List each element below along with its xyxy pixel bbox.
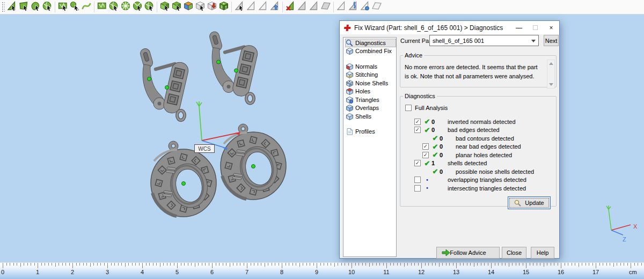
triangle-outline-button[interactable] [335,1,347,13]
sidebar-item-combined-fix[interactable]: Combined Fix [345,47,396,56]
diagnostic-checkbox[interactable]: ✓ [414,127,421,133]
mark-window-through-button[interactable] [96,1,108,13]
select-freeform-button[interactable] [30,1,41,13]
ruler-tick [299,263,300,267]
toolbar-grip[interactable] [1,1,5,13]
cube-light2-icon [346,113,354,120]
follow-advice-button[interactable]: Follow Advice [436,247,500,259]
diagnostic-checkbox[interactable]: ✓ [422,152,429,158]
ruler-tick [449,263,450,266]
model-earring-left[interactable] [139,47,189,120]
select-box-remove-button[interactable] [206,1,218,13]
axis-z-label: Z [623,236,626,243]
diagnostic-checkbox[interactable] [414,177,421,183]
mark-star-button[interactable] [120,1,131,13]
sidebar-item-diagnostics[interactable]: Diagnostics [345,39,396,47]
green-check-icon: ✔ [423,159,431,167]
sidebar-item-label: Triangles [355,97,379,103]
ruler-tick [135,263,136,266]
diagnostic-checkbox[interactable] [414,185,421,192]
diagnostic-checkbox[interactable]: ✓ [414,160,421,166]
shade-triangles-button[interactable] [296,1,308,13]
mark-sphere-button[interactable] [108,1,120,13]
mark-brush-button[interactable] [69,1,80,13]
sidebar-item-normals[interactable]: Normals [345,62,396,71]
mark-curve-button[interactable] [80,1,92,13]
sidebar-item-stitching[interactable]: Stitching [345,71,396,79]
current-part-select[interactable]: shell_6_of_165 001 [429,35,539,46]
scroll-down-button[interactable] [547,81,554,88]
ruler-tick [561,263,561,268]
mark-slice-button[interactable] [131,1,143,13]
create-triangle-button[interactable] [245,1,257,13]
toolbar-separator [282,2,283,12]
triangle-spline-button[interactable] [347,1,359,13]
model-earring-right[interactable] [208,31,259,104]
ruler-number: 8 [280,269,283,275]
full-analysis-checkbox[interactable] [405,105,412,111]
sidebar-item-shells[interactable]: Shells [345,112,396,121]
ruler-tick [258,263,258,266]
pick-triangles-button[interactable] [308,1,320,13]
axis-x-label: X [633,223,638,230]
sidebar-item-holes[interactable]: Holes [345,87,396,96]
dialog-titlebar[interactable]: Fix Wizard (Part: shell_6_of_165 001) > … [340,21,559,34]
ruler-tick [589,263,589,266]
maximize-button[interactable] [527,21,543,34]
advice-scrollbar[interactable] [547,60,555,89]
ruler-tick [488,263,488,266]
ruler-tick [52,263,52,266]
cursor-triangle-button[interactable] [233,1,245,13]
next-button[interactable]: Next [544,35,559,46]
delete-marked-triangles-button[interactable] [284,1,296,13]
triangle-drop-button[interactable] [359,1,371,13]
sidebar-item-overlaps[interactable]: Overlaps [345,104,396,113]
ruler-tick [202,263,202,266]
select-die-button[interactable] [218,1,230,13]
arrow-up-icon [549,62,553,65]
ruler-tick [177,263,178,268]
fix-triangles-auto-button[interactable] [269,1,281,13]
triangle-outline-icon [336,1,347,13]
plane-outline-button[interactable] [371,1,383,13]
select-triangles-button[interactable] [6,1,18,13]
sidebar-item-profiles[interactable]: Profiles [345,128,396,136]
select-cube-face-button[interactable] [159,1,171,13]
ruler-tick [31,263,31,266]
select-sphere-button[interactable] [41,1,53,13]
help-button[interactable]: Help [531,247,554,259]
minimize-button[interactable]: — [511,21,527,34]
select-window-button[interactable] [18,1,30,13]
model-pendant-right[interactable] [221,124,286,200]
ruler-number: 2 [71,269,74,275]
mark-shell-button[interactable] [143,1,155,13]
sidebar-item-noise-shells[interactable]: Noise Shells [345,79,396,87]
select-box-clear-button[interactable] [194,1,206,13]
update-button[interactable]: Update [508,196,551,209]
diagnostic-checkbox[interactable]: ✓ [422,143,429,150]
close-window-button[interactable]: × [543,21,559,34]
ruler-tick [317,263,317,268]
ruler-tick [107,263,108,268]
select-box-3d-button[interactable] [182,1,194,13]
sidebar-item-triangles[interactable]: Triangles [345,96,396,104]
plane-section-button[interactable] [320,1,332,13]
mark-shell-icon [144,1,155,13]
close-button[interactable]: Close [502,247,526,259]
ruler-tick [613,263,614,267]
flip-triangle-button[interactable] [257,1,269,13]
mark-window-button[interactable] [57,1,69,13]
select-cube-button[interactable] [171,1,182,13]
full-analysis-row[interactable]: Full Analysis [405,105,448,111]
sidebar-item-label: Holes [355,88,370,94]
select-window-icon [18,1,29,13]
select-box-clear-icon [195,1,206,13]
scroll-up-button[interactable] [547,60,554,67]
diagnostic-label: planar holes detected [456,152,512,158]
toolbar-icons [6,0,383,14]
sidebar-item-label: Profiles [355,128,375,135]
diagnostic-checkbox[interactable]: ✓ [414,119,421,125]
ruler-tick [627,263,628,266]
ruler-tick [230,263,230,267]
ruler-tick [48,263,49,266]
